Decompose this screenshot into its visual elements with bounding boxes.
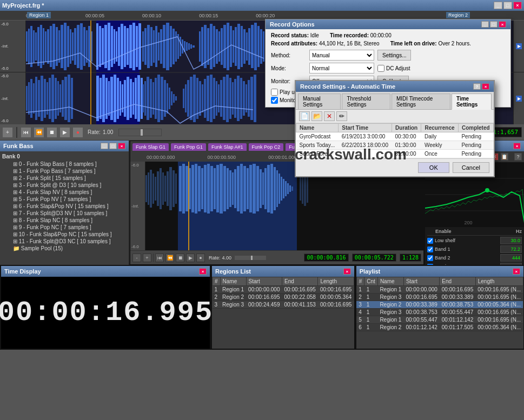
- toolbar-open-btn[interactable]: 📂: [311, 111, 322, 121]
- playlist-row-4[interactable]: 4 1 Region 3 00:00:38.753 00:00:55.447 0…: [356, 309, 523, 316]
- playlist-table-wrapper[interactable]: # Cnt Name Start End Length 1 1 Region 1: [356, 277, 523, 349]
- monitor-channels-check[interactable]: [271, 97, 278, 104]
- settings-button[interactable]: Settings...: [377, 50, 411, 61]
- method-select[interactable]: Manual: [309, 50, 374, 61]
- mode-select[interactable]: Normal: [309, 63, 374, 74]
- add-track-btn[interactable]: +: [2, 127, 13, 138]
- auto-time-help[interactable]: ?: [473, 83, 481, 90]
- ok-button[interactable]: OK: [418, 162, 449, 173]
- close-button[interactable]: ×: [513, 2, 522, 9]
- instrument-11[interactable]: ⊞ 11 - Funk Split@D3 NC [ 10 samples ]: [2, 238, 127, 245]
- tab-threshold-settings[interactable]: Threshold Settings: [342, 94, 390, 109]
- region-tab-1[interactable]: Funk Slap G1: [132, 143, 169, 151]
- track1-right-btn[interactable]: ▶: [516, 43, 522, 49]
- eq-band2-value[interactable]: 444: [500, 254, 522, 262]
- instrument-4[interactable]: ⊞ 4 - Funk Slap NV [ 8 samples ]: [2, 189, 127, 196]
- record-options-min[interactable]: _: [481, 21, 489, 28]
- eq-band2-check[interactable]: [427, 255, 433, 261]
- instrument-10[interactable]: ⊞ 10 - Funk Slap&Pop NC [ 15 samples ]: [2, 231, 127, 238]
- player-record[interactable]: ●: [196, 254, 205, 262]
- instruments-close[interactable]: ×: [118, 143, 125, 149]
- region-row-1[interactable]: 1 Region 1 00:00:00.000 00:00:16.695 00:…: [213, 286, 354, 294]
- auto-time-close[interactable]: ×: [482, 83, 489, 90]
- region-tab-4[interactable]: Funk Pop C2: [249, 143, 284, 151]
- instrument-3[interactable]: ⊞ 3 - Funk Split @ D3 [ 10 samples ]: [2, 182, 127, 189]
- toolbar-delete-btn[interactable]: ✕: [324, 111, 335, 121]
- instrument-8[interactable]: ⊞ 8 - Funk Slap NC [ 8 samples ]: [2, 217, 127, 224]
- eq-help-btn[interactable]: ?: [514, 153, 522, 161]
- instrument-5[interactable]: ⊞ 5 - Funk Pop NV [ 7 samples ]: [2, 196, 127, 203]
- svg-rect-91: [28, 82, 30, 115]
- player-prev[interactable]: ⏪: [165, 254, 174, 262]
- region-3-start: 00:00:24.459: [246, 301, 282, 309]
- instruments-list[interactable]: Bank 0 ⊞ 0 - Funk Slap Bass [ 8 samples …: [0, 151, 129, 265]
- track2-right-btn[interactable]: ▶: [516, 96, 522, 102]
- player-rewind[interactable]: ⏮: [155, 254, 164, 262]
- playlist-row-3[interactable]: 3 1 Region 2 00:00:33.389 00:00:38.753 0…: [356, 301, 523, 309]
- eq-close[interactable]: ×: [513, 143, 521, 149]
- toolbar-new-btn[interactable]: 📄: [299, 111, 310, 121]
- instrument-0[interactable]: ⊞ 0 - Funk Slap Bass [ 8 samples ]: [2, 161, 127, 168]
- svg-rect-93: [33, 83, 35, 114]
- sched-2-recurrence: Weekly: [421, 141, 458, 150]
- pl-4-name: Region 3: [377, 309, 403, 316]
- toolbar-edit-btn[interactable]: ✏: [336, 111, 347, 121]
- eq-band1-value[interactable]: 72.2: [500, 245, 522, 253]
- regions-list-close[interactable]: ×: [343, 268, 351, 275]
- maximize-button[interactable]: □: [503, 2, 512, 9]
- tab-manual-settings[interactable]: Manual Settings: [298, 94, 341, 109]
- instrument-2[interactable]: ⊞ 2 - Funk Split [ 15 samples ]: [2, 175, 127, 182]
- svg-rect-83: [248, 28, 250, 65]
- regions-table-wrapper[interactable]: # Name Start End Length 1 Region 1 00:00…: [212, 277, 354, 349]
- instruments-maximize[interactable]: □: [109, 143, 117, 149]
- player-vol-down[interactable]: -: [132, 254, 141, 262]
- svg-rect-74: [223, 25, 226, 68]
- player-play[interactable]: ▶: [186, 254, 195, 262]
- svg-rect-72: [218, 31, 220, 62]
- playlist-row-5[interactable]: 5 1 Region 1 00:00:55.447 00:01:12.142 0…: [356, 316, 523, 324]
- tab-time-settings[interactable]: Time Settings: [452, 94, 492, 110]
- region-row-2[interactable]: 2 Region 2 00:00:16.695 00:00:22.058 00:…: [213, 294, 354, 301]
- prev-btn[interactable]: ⏪: [34, 127, 44, 138]
- region-tab-2[interactable]: Funk Pop G1: [171, 143, 206, 151]
- cancel-button[interactable]: Cancel: [453, 162, 489, 173]
- sched-row-1[interactable]: GyroPodcast 6/19/2013 3:00:00 00:30:00 D…: [296, 132, 494, 141]
- stop-btn[interactable]: ⏹: [47, 127, 57, 138]
- eq-band1-check[interactable]: [427, 246, 433, 252]
- playlist-close[interactable]: ×: [513, 268, 520, 275]
- player-stop[interactable]: ⏹: [176, 254, 184, 262]
- svg-rect-140: [183, 89, 184, 108]
- rate-slider[interactable]: [118, 129, 162, 136]
- sched-row-3[interactable]: Sound Fore... 01:00:00 Once Pending: [296, 150, 494, 158]
- player-rate-slider[interactable]: [234, 255, 267, 261]
- minimize-button[interactable]: _: [494, 2, 502, 9]
- record-time-value: 00:00:00: [370, 32, 392, 38]
- instruments-minimize[interactable]: _: [101, 143, 108, 149]
- playlist-row-1[interactable]: 1 1 Region 1 00:00:00.000 00:00:16.695 0…: [356, 286, 523, 294]
- region-row-3[interactable]: 3 Region 3 00:00:24.459 00:00:41.153 00:…: [213, 301, 354, 309]
- instrument-9[interactable]: ⊞ 9 - Funk Pop NC [ 7 samples ]: [2, 224, 127, 231]
- play-btn[interactable]: ▶: [59, 127, 70, 138]
- tab-midi-timecode[interactable]: MIDI Timecode Settings: [392, 94, 450, 109]
- regions-table: # Name Start End Length 1 Region 1 00:00…: [212, 277, 354, 309]
- playlist-row-2[interactable]: 2 1 Region 3 00:00:16.695 00:00:33.389 0…: [356, 294, 523, 301]
- instrument-sample-pool[interactable]: 📁 Sample Pool (15): [2, 245, 127, 252]
- record-options-close[interactable]: ×: [499, 21, 506, 28]
- play-unselected-check[interactable]: [271, 89, 278, 96]
- record-btn[interactable]: ●: [72, 127, 83, 138]
- svg-rect-37: [121, 24, 123, 69]
- eq-lowshelf-value[interactable]: 30.0: [500, 237, 522, 244]
- region-tab-3[interactable]: Funk Slap A#1: [208, 143, 247, 151]
- eq-lowshelf-check[interactable]: [427, 238, 433, 244]
- dc-adjust-check[interactable]: [377, 65, 384, 72]
- playlist-row-6[interactable]: 6 1 Region 2 00:01:12.142 00:01:17.505 0…: [356, 324, 523, 331]
- eq-copy-btn[interactable]: 📋: [501, 153, 508, 161]
- record-options-max[interactable]: □: [490, 21, 498, 28]
- player-vol-up[interactable]: +: [143, 254, 151, 262]
- instrument-7[interactable]: ⊞ 7 - Funk Split@D3 NV [ 10 samples ]: [2, 210, 127, 217]
- time-display-close[interactable]: ×: [199, 268, 207, 275]
- instrument-6[interactable]: ⊞ 6 - Funk Slap&Pop NV [ 15 samples ]: [2, 203, 127, 210]
- rewind-btn[interactable]: ⏮: [21, 127, 31, 138]
- instrument-1[interactable]: ⊞ 1 - Funk Pop Bass [ 7 samples ]: [2, 168, 127, 175]
- sched-row-2[interactable]: Sports Today... 6/22/2013 18:00:00 01:30…: [296, 141, 494, 150]
